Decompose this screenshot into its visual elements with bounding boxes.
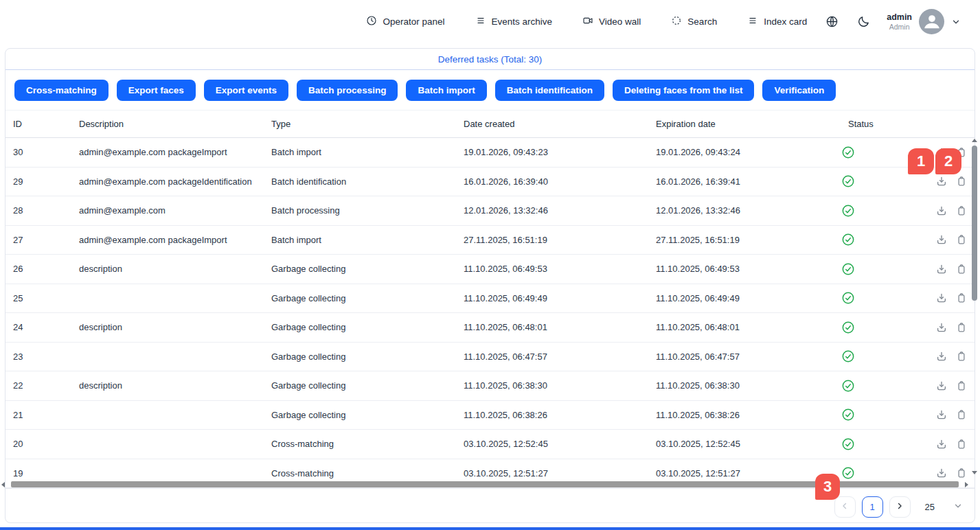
nav-events-archive[interactable]: Events archive — [475, 15, 553, 28]
download-task-button[interactable] — [935, 321, 948, 334]
deleting-faces-button[interactable]: Deleting faces from the list — [613, 80, 755, 101]
scroll-up-arrow-icon[interactable] — [972, 139, 977, 142]
trash-icon — [955, 350, 968, 362]
delete-task-button[interactable] — [955, 380, 968, 392]
scroll-down-arrow-icon[interactable] — [972, 471, 977, 474]
delete-task-button[interactable] — [955, 292, 968, 304]
annotation-badge-2: 2 — [935, 148, 961, 174]
cell-expiration-date: 12.01.2026, 13:32:46 — [656, 205, 848, 216]
cell-expiration-date: 11.10.2025, 06:38:30 — [656, 380, 848, 391]
status-success-icon — [848, 233, 924, 246]
chevron-right-icon — [895, 501, 904, 513]
trash-icon — [955, 321, 968, 334]
delete-task-button[interactable] — [955, 467, 968, 479]
download-icon — [935, 408, 948, 421]
delete-task-button[interactable] — [955, 233, 968, 246]
cell-expiration-date: 11.10.2025, 06:38:26 — [656, 410, 848, 420]
nav-operator-panel[interactable]: Operator panel — [366, 15, 444, 28]
globe-icon[interactable] — [825, 15, 839, 28]
cell-id: 27 — [13, 235, 79, 245]
annotation-badge-3: 3 — [815, 474, 840, 500]
table-header-row: ID Description Type Date created Expirat… — [5, 111, 975, 138]
previous-page-button[interactable] — [834, 496, 856, 518]
next-page-button[interactable] — [889, 496, 911, 518]
column-header-description: Description — [79, 119, 271, 129]
cross-matching-button[interactable]: Cross-matching — [14, 80, 109, 101]
moon-icon[interactable] — [857, 15, 870, 28]
cell-id: 26 — [13, 264, 79, 274]
top-nav: Operator panel Events archive Video wall… — [0, 0, 980, 43]
nav-label: Video wall — [599, 16, 641, 27]
page-size-select[interactable]: 25 — [925, 501, 963, 514]
delete-task-button[interactable] — [955, 408, 968, 421]
table-row: 30 admin@example.com packageImport Batch… — [5, 138, 975, 168]
delete-task-button[interactable] — [955, 350, 968, 362]
nav-index-card[interactable]: Index card — [747, 15, 807, 28]
cell-type: Cross-matching — [271, 468, 464, 479]
cell-expiration-date: 03.10.2025, 12:52:45 — [656, 439, 848, 449]
download-task-button[interactable] — [935, 263, 948, 275]
chevron-down-icon[interactable] — [951, 17, 961, 27]
download-task-button[interactable] — [935, 408, 948, 421]
trash-icon — [955, 233, 968, 246]
download-task-button[interactable] — [935, 380, 948, 392]
table-row: 28 admin@example.com Batch processing 12… — [5, 196, 975, 226]
row-actions — [924, 321, 975, 334]
delete-task-button[interactable] — [955, 263, 968, 275]
scroll-right-arrow-icon[interactable] — [965, 482, 968, 487]
cell-description: admin@example.com packageIdentification — [79, 176, 271, 187]
export-events-button[interactable]: Export events — [204, 80, 288, 101]
cell-id: 19 — [13, 468, 79, 479]
list-icon — [747, 15, 758, 28]
chevron-down-icon — [953, 501, 963, 514]
status-success-icon — [848, 408, 924, 422]
task-buttons-row: Cross-matching Export faces Export event… — [5, 70, 975, 111]
cell-date-created: 19.01.2026, 09:43:23 — [464, 147, 656, 157]
cell-date-created: 11.10.2025, 06:38:30 — [464, 380, 656, 391]
cell-date-created: 11.10.2025, 06:38:26 — [464, 410, 656, 420]
nav-search[interactable]: Search — [671, 15, 717, 28]
download-task-button[interactable] — [935, 205, 948, 217]
vertical-scrollbar-thumb[interactable] — [972, 146, 977, 301]
download-task-button[interactable] — [935, 233, 948, 246]
cell-id: 24 — [13, 322, 79, 332]
cell-date-created: 03.10.2025, 12:51:27 — [464, 468, 656, 479]
scroll-left-arrow-icon[interactable] — [1, 482, 5, 487]
download-task-button[interactable] — [935, 175, 948, 187]
download-icon — [935, 350, 948, 362]
nav-video-wall[interactable]: Video wall — [582, 15, 641, 28]
current-page-button[interactable]: 1 — [862, 496, 883, 518]
trash-icon — [955, 205, 968, 217]
cell-id: 25 — [13, 293, 79, 303]
delete-task-button[interactable] — [955, 321, 968, 334]
user-info[interactable]: admin Admin — [887, 12, 912, 32]
batch-import-button[interactable]: Batch import — [406, 80, 486, 101]
table-row: 22 description Garbage collecting 11.10.… — [5, 371, 975, 401]
cell-type: Batch identification — [271, 176, 464, 187]
batch-identification-button[interactable]: Batch identification — [495, 80, 604, 101]
table-row: 20 Cross-matching 03.10.2025, 12:52:45 0… — [5, 430, 975, 459]
delete-task-button[interactable] — [955, 438, 968, 450]
table-row: 23 Garbage collecting 11.10.2025, 06:47:… — [5, 343, 975, 372]
delete-task-button[interactable] — [955, 175, 968, 187]
row-actions — [924, 408, 975, 421]
cell-id: 22 — [13, 380, 79, 391]
delete-task-button[interactable] — [955, 205, 968, 217]
status-success-icon — [848, 466, 924, 480]
download-icon — [935, 380, 948, 392]
download-task-button[interactable] — [935, 350, 948, 362]
bottom-accent-bar — [0, 527, 980, 530]
download-task-button[interactable] — [935, 292, 948, 304]
batch-processing-button[interactable]: Batch processing — [297, 80, 398, 101]
cell-expiration-date: 11.10.2025, 06:47:57 — [656, 352, 848, 362]
nav-label: Index card — [764, 16, 807, 27]
download-task-button[interactable] — [935, 438, 948, 450]
column-header-status: Status — [848, 119, 924, 129]
download-task-button[interactable] — [935, 467, 948, 479]
status-success-icon — [848, 174, 924, 188]
export-faces-button[interactable]: Export faces — [117, 80, 196, 101]
avatar[interactable] — [919, 9, 944, 34]
verification-button[interactable]: Verification — [762, 80, 836, 101]
video-camera-icon — [582, 15, 593, 28]
cell-expiration-date: 11.10.2025, 06:48:01 — [656, 322, 848, 332]
